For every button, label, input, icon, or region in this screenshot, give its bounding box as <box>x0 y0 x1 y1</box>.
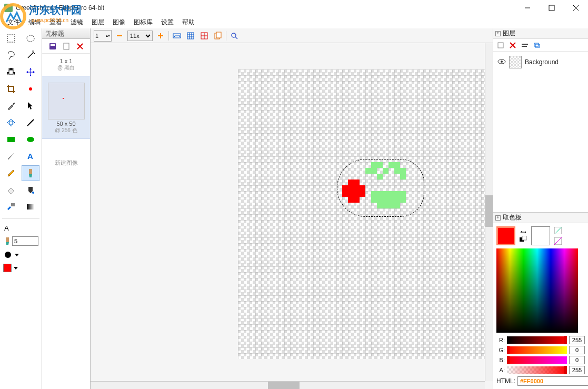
line2-tool[interactable] <box>2 148 20 164</box>
expand-icon[interactable]: + <box>495 31 501 36</box>
b-value-input[interactable] <box>569 356 585 364</box>
brush-shape-icon[interactable] <box>3 250 13 260</box>
pages-view-button[interactable] <box>212 30 224 42</box>
rectangle-tool[interactable] <box>2 132 20 147</box>
transparent-swatch-1[interactable] <box>554 227 562 234</box>
a-value-input[interactable] <box>569 366 585 374</box>
close-button[interactable] <box>564 0 588 16</box>
layers-panel-header[interactable]: + 图层 <box>493 28 588 39</box>
expand-icon[interactable]: + <box>495 215 501 221</box>
watermark-url: www.pc0359.cn <box>32 17 82 23</box>
ellipse-select-tool[interactable] <box>22 31 39 46</box>
lasso-tool[interactable] <box>2 47 20 63</box>
eraser-tool[interactable] <box>2 182 20 198</box>
svg-rect-2 <box>549 5 554 11</box>
svg-rect-29 <box>51 44 55 46</box>
secondary-color-swatch[interactable] <box>531 226 550 245</box>
zoom-in-button[interactable] <box>155 30 166 42</box>
menu-image[interactable]: 图像 <box>109 17 128 28</box>
svg-rect-56 <box>535 44 540 47</box>
pencil-tool[interactable] <box>2 165 20 181</box>
zoom-select[interactable]: 11x <box>127 31 153 41</box>
brush-size-input[interactable] <box>12 236 38 246</box>
text-options-icon[interactable]: A <box>3 224 12 232</box>
new-image-label[interactable]: 新建图像 <box>42 155 90 171</box>
menu-bar: 文件 编辑 查看 滤镜 图层 图像 图标库 设置 帮助 <box>0 16 588 28</box>
brush-tool[interactable] <box>22 165 39 181</box>
delete-page-button[interactable] <box>74 41 86 52</box>
menu-settings[interactable]: 设置 <box>158 17 177 28</box>
page-thumb-1[interactable]: 1 x 1 @ 黑白 <box>42 54 90 76</box>
g-value-input[interactable] <box>569 346 585 354</box>
svg-rect-5 <box>7 35 15 42</box>
svg-point-18 <box>27 137 34 142</box>
html-color-input[interactable] <box>517 376 588 386</box>
vertical-scrollbar[interactable] <box>485 43 493 381</box>
page-thumb-2[interactable]: 50 x 50 @ 256 色 <box>42 76 90 139</box>
pointer-tool[interactable] <box>22 98 39 114</box>
active-color-indicator[interactable] <box>3 264 12 272</box>
rectangle-select-tool[interactable] <box>2 31 20 46</box>
svg-rect-60 <box>522 236 526 240</box>
menu-help[interactable]: 帮助 <box>179 17 198 28</box>
primary-color-swatch[interactable] <box>496 226 515 245</box>
r-value-input[interactable] <box>569 336 585 344</box>
menu-layer[interactable]: 图层 <box>88 17 107 28</box>
merge-layer-button[interactable] <box>532 40 542 51</box>
thumb2-size: 50 x 50 <box>44 121 88 127</box>
menu-iconlib[interactable]: 图标库 <box>131 17 156 28</box>
wand-tool[interactable] <box>22 47 39 63</box>
layer-item-background[interactable]: Background <box>495 54 586 71</box>
grid-toggle-button[interactable] <box>185 30 196 42</box>
transparent-swatch-2[interactable] <box>554 237 562 245</box>
gradient-tool[interactable] <box>22 199 39 215</box>
zoom-tool-button[interactable] <box>228 30 240 42</box>
layer-thumbnail <box>509 56 522 68</box>
minimize-button[interactable] <box>515 0 540 16</box>
pixel-canvas[interactable] <box>238 69 493 359</box>
delete-layer-button[interactable] <box>507 40 518 51</box>
brush-shape-dropdown[interactable] <box>15 254 19 256</box>
text-tool[interactable]: A <box>22 148 39 164</box>
new-page-button[interactable] <box>61 41 72 52</box>
flood-fill-tool[interactable] <box>22 182 39 198</box>
document-tab-title[interactable]: 无标题 <box>42 28 90 39</box>
frame-tool[interactable] <box>2 115 20 131</box>
page-spinner[interactable]: 1▴▾ <box>94 30 112 42</box>
hotspot-tool[interactable] <box>22 81 39 97</box>
svg-rect-47 <box>216 32 221 38</box>
move-tool[interactable] <box>22 64 39 80</box>
thumb2-mode: @ 256 色 <box>44 127 88 134</box>
swap-colors-icon[interactable] <box>520 230 527 235</box>
a-slider[interactable] <box>507 366 567 374</box>
fit-width-button[interactable] <box>171 30 183 42</box>
default-colors-icon[interactable] <box>520 236 527 242</box>
color-panel-header[interactable]: + 取色板 <box>493 213 588 223</box>
r-slider[interactable] <box>507 336 567 344</box>
ellipse-tool[interactable] <box>22 132 39 147</box>
active-color-dropdown[interactable] <box>14 267 18 270</box>
svg-point-22 <box>32 192 34 194</box>
layer-list: Background <box>493 52 588 213</box>
canvas-viewport[interactable] <box>91 43 493 389</box>
crop-tool[interactable] <box>2 81 20 97</box>
maximize-button[interactable] <box>540 0 564 16</box>
line-tool[interactable] <box>22 115 39 131</box>
visibility-icon[interactable] <box>497 58 506 66</box>
g-slider[interactable] <box>507 346 567 354</box>
color-picker-area[interactable] <box>496 248 578 333</box>
zoom-out-button[interactable] <box>114 30 125 42</box>
new-layer-button[interactable] <box>495 40 506 51</box>
eyedropper-tool[interactable] <box>2 98 20 114</box>
spray-tool[interactable] <box>2 199 20 215</box>
svg-point-6 <box>27 35 34 42</box>
b-slider[interactable] <box>507 356 567 364</box>
svg-point-58 <box>501 61 503 63</box>
center-lines-button[interactable] <box>198 30 210 42</box>
window-title: Greenfish Icon Editor Pro 64-bit <box>16 4 515 12</box>
layer-props-button[interactable] <box>520 40 530 51</box>
transform-tool[interactable] <box>2 64 20 80</box>
horizontal-scrollbar[interactable] <box>91 381 485 389</box>
thumb1-size: 1 x 1 <box>44 58 88 64</box>
save-page-button[interactable] <box>47 41 58 52</box>
